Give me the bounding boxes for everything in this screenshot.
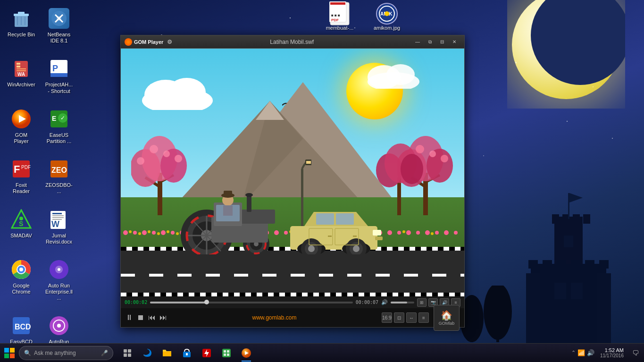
svg-rect-196 xyxy=(223,205,233,216)
clock[interactable]: 1:52 AM 11/17/2016 xyxy=(596,347,627,358)
grid-app-btn[interactable] xyxy=(217,344,236,362)
svg-point-63 xyxy=(19,268,23,271)
search-placeholder: Ask me anything xyxy=(34,350,76,356)
gom-taskbar-btn[interactable] xyxy=(237,344,256,362)
amikom-icon[interactable]: AMIK amikom.jpg xyxy=(368,2,406,31)
explorer-btn[interactable] xyxy=(158,344,176,362)
svg-rect-215 xyxy=(10,348,15,353)
foxit-icon[interactable]: F PDF Foxit Reader xyxy=(5,155,38,197)
gom-restore2-btn[interactable]: ⊟ xyxy=(436,36,448,48)
recycle-bin-icon[interactable]: Recycle Bin xyxy=(5,5,38,46)
progress-bar[interactable] xyxy=(150,302,353,303)
fullscreen-preview-btn[interactable]: ⊡ xyxy=(394,312,404,323)
svg-point-156 xyxy=(138,232,141,235)
tray-expand-btn[interactable]: ⌃ xyxy=(571,350,576,356)
svg-text:WA: WA xyxy=(17,72,25,77)
gom-video-area[interactable] xyxy=(121,49,464,296)
stretch-btn[interactable]: ↔ xyxy=(406,312,417,323)
menu-btn[interactable]: ≡ xyxy=(418,312,429,323)
chrome-icon[interactable]: Google Chrome xyxy=(5,256,38,304)
svg-rect-220 xyxy=(124,354,127,357)
svg-rect-198 xyxy=(316,213,334,225)
zeosdbo-label: ZEOSDBO-... xyxy=(45,182,73,194)
taskbar-apps xyxy=(118,344,256,362)
svg-rect-57 xyxy=(52,217,64,218)
membuat-pdf-icon[interactable]: ■ ■ ■ PDF membuat-... xyxy=(321,2,359,31)
svg-point-171 xyxy=(402,230,405,233)
gom-settings-icon[interactable]: ⚙ xyxy=(167,39,172,45)
svg-point-123 xyxy=(161,230,166,235)
gom-minimize-btn[interactable]: — xyxy=(411,36,424,48)
car xyxy=(285,198,385,254)
zeosdbo-icon[interactable]: ZEO ZEOSDBO-... xyxy=(42,155,75,197)
autorun-icon[interactable]: Auto Run Enterprise.ll... xyxy=(42,256,75,304)
autorun-label: Auto Run Enterprise.ll... xyxy=(45,283,73,302)
svg-rect-4 xyxy=(583,214,590,224)
svg-rect-55 xyxy=(52,213,62,214)
svg-point-97 xyxy=(137,157,144,165)
gom-close-btn[interactable]: ✕ xyxy=(448,36,460,48)
svg-point-204 xyxy=(308,245,315,252)
clock-date: 11/17/2016 xyxy=(600,353,624,358)
gom-prev-btn[interactable]: ⏮ xyxy=(148,313,156,322)
svg-rect-213 xyxy=(353,236,357,237)
jurnal-icon[interactable]: W Jurnal Revisi.docx xyxy=(42,206,75,247)
search-bar[interactable]: 🔍 Ask me anything 🎤 xyxy=(19,346,113,360)
grid-view-btn[interactable]: ⊞ xyxy=(417,298,427,307)
gomlab-button[interactable]: 🏠 GOMlab xyxy=(434,305,460,331)
gom-stop-btn[interactable]: ⏹ xyxy=(137,313,144,322)
svg-point-30 xyxy=(57,16,61,21)
svg-point-148 xyxy=(397,231,401,235)
start-button[interactable] xyxy=(0,344,19,362)
svg-point-151 xyxy=(425,230,430,235)
gom-restore-btn[interactable]: ⧉ xyxy=(424,36,436,48)
svg-rect-208 xyxy=(373,230,381,236)
store-btn[interactable] xyxy=(177,344,196,362)
flash-btn[interactable] xyxy=(197,344,216,362)
svg-rect-35 xyxy=(17,70,26,71)
task-view-btn[interactable] xyxy=(118,344,137,362)
notification-btn[interactable]: 🗨 xyxy=(629,344,642,362)
gom-logo-icon xyxy=(125,38,132,46)
aspect-ratio-btn[interactable]: 16:9 xyxy=(382,312,392,323)
gom-logo: GOM Player ⚙ xyxy=(125,38,172,46)
svg-point-172 xyxy=(431,232,434,235)
gom-window-controls: — ⧉ ⊟ ✕ xyxy=(411,36,460,48)
volume-bar[interactable] xyxy=(391,302,414,303)
svg-rect-1 xyxy=(552,214,559,224)
svg-point-149 xyxy=(406,230,411,235)
desktop: Recycle Bin NetBeans IDE 8.1 xyxy=(0,0,644,362)
desktop-icons-left: Recycle Bin NetBeans IDE 8.1 xyxy=(0,0,80,362)
svg-text:BCD: BCD xyxy=(15,323,31,331)
gom-player-label: GOM Player xyxy=(7,132,35,144)
gom-pause-btn[interactable]: ⏸ xyxy=(125,313,133,322)
svg-rect-188 xyxy=(240,210,275,224)
easeus-icon[interactable]: E ✓ EaseUS Partition ... xyxy=(42,105,75,147)
progress-fill xyxy=(150,302,207,303)
easeus-label: EaseUS Partition ... xyxy=(45,132,73,144)
netbeans-icon[interactable]: NetBeans IDE 8.1 xyxy=(42,5,75,46)
winarchiver-icon[interactable]: WA WinArchiver xyxy=(5,55,38,96)
svg-point-114 xyxy=(401,154,423,184)
svg-text:PDF: PDF xyxy=(331,18,339,22)
edge-btn[interactable] xyxy=(138,344,157,362)
moon xyxy=(507,0,625,109)
smadav-icon[interactable]: S SMADAV xyxy=(5,206,38,247)
svg-rect-229 xyxy=(224,354,226,356)
svg-rect-219 xyxy=(128,349,131,353)
svg-rect-8 xyxy=(557,260,566,269)
gom-next-btn[interactable]: ⏭ xyxy=(159,313,167,322)
svg-rect-74 xyxy=(330,2,345,5)
gom-play-controls: ⏸ ⏹ ⏮ ⏭ xyxy=(125,313,167,322)
svg-point-190 xyxy=(245,193,253,197)
netbeans-label: NetBeans IDE 8.1 xyxy=(45,32,73,44)
network-icon[interactable]: 📶 xyxy=(577,349,585,356)
gom-player-icon[interactable]: GOM Player xyxy=(5,105,38,147)
projectah-icon[interactable]: P ProjectAH... - Shortcut xyxy=(42,55,75,96)
gomlab-icon: 🏠 xyxy=(441,310,452,321)
speaker-icon[interactable]: 🔊 xyxy=(587,349,594,356)
time-total: 00:00:07 xyxy=(356,300,378,305)
svg-point-66 xyxy=(58,268,60,271)
svg-point-150 xyxy=(416,231,420,235)
svg-rect-25 xyxy=(18,12,25,14)
